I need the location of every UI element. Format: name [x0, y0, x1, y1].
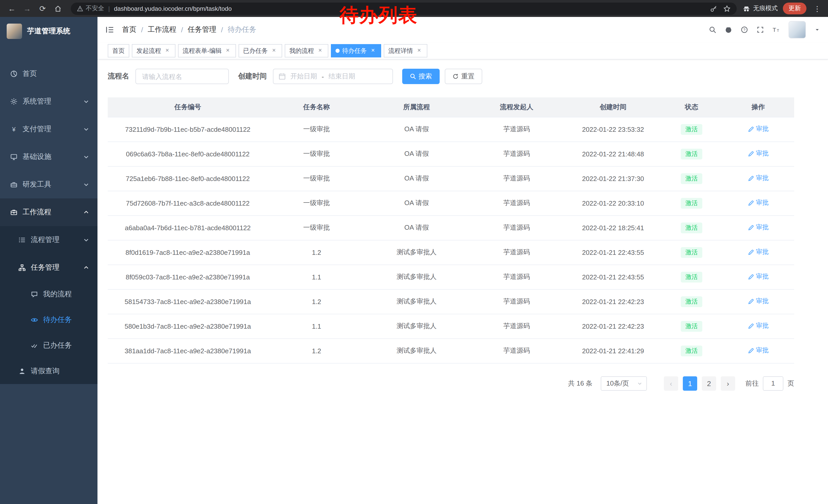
col-task-name: 任务名称: [268, 97, 365, 117]
url-text: dashboard.yudao.iocoder.cn/bpm/task/todo: [114, 5, 706, 12]
sidebar-item-payment[interactable]: ¥ 支付管理: [0, 116, 97, 143]
bookmark-star-icon[interactable]: [723, 5, 731, 12]
close-icon[interactable]: ×: [416, 47, 423, 54]
edit-pen-icon: [748, 323, 754, 329]
actions-cell: 审批: [722, 240, 794, 265]
next-page-button[interactable]: ›: [721, 376, 735, 391]
refresh-icon: [452, 73, 459, 80]
page-button-1[interactable]: 1: [683, 376, 697, 391]
approve-link[interactable]: 审批: [748, 223, 769, 232]
reload-icon[interactable]: ⟳: [36, 2, 49, 15]
task-id-cell: 73211d9d-7b9b-11ec-b5b7-acde48001122: [108, 117, 268, 141]
sidebar-item-my-processes[interactable]: 我的流程: [0, 281, 97, 307]
sidebar-item-infrastructure[interactable]: 基础设施: [0, 143, 97, 171]
status-cell: 激活: [661, 314, 722, 338]
approve-link[interactable]: 审批: [748, 322, 769, 330]
task-name-cell: 1.1: [268, 314, 365, 338]
back-icon[interactable]: ←: [5, 2, 18, 15]
sidebar-item-home[interactable]: 首页: [0, 60, 97, 88]
tab-home[interactable]: 首页: [108, 44, 129, 57]
sidebar-item-done-tasks[interactable]: 已办任务: [0, 333, 97, 358]
approve-link[interactable]: 审批: [748, 174, 769, 183]
tab-start-process[interactable]: 发起流程×: [132, 44, 175, 57]
approve-link[interactable]: 审批: [748, 199, 769, 208]
close-icon[interactable]: ×: [369, 47, 377, 54]
address-bar[interactable]: 不安全 | dashboard.yudao.iocoder.cn/bpm/tas…: [71, 2, 737, 15]
approve-link[interactable]: 审批: [748, 273, 769, 281]
task-id-cell: 580e1b3d-7ac8-11ec-a9e2-a2380e71991a: [108, 314, 268, 338]
not-secure-warning: 不安全: [77, 4, 104, 13]
sidebar-collapse-icon[interactable]: [105, 26, 114, 34]
col-initiator: 流程发起人: [468, 97, 565, 117]
avatar-caret-down-icon[interactable]: [815, 27, 820, 32]
approve-link[interactable]: 审批: [748, 248, 769, 257]
forward-icon[interactable]: →: [20, 2, 34, 15]
page-size-select[interactable]: 10条/页: [601, 376, 647, 391]
active-tab-dot: [335, 49, 340, 53]
close-icon[interactable]: ×: [224, 47, 232, 54]
tab-done-tasks[interactable]: 已办任务×: [239, 44, 282, 57]
browser-update-button[interactable]: 更新: [783, 3, 806, 14]
sidebar-item-leave-query[interactable]: 请假查询: [0, 358, 97, 384]
reset-button[interactable]: 重置: [445, 69, 482, 84]
task-name-cell: 一级审批: [268, 117, 365, 141]
sidebar-item-process-management[interactable]: 流程管理: [0, 226, 97, 254]
yen-icon: ¥: [10, 126, 17, 133]
page-content: 流程名 创建时间 开始日期 - 结束日期 搜索 重: [97, 59, 828, 504]
home-icon[interactable]: [51, 2, 65, 15]
sidebar-item-workflow[interactable]: 工作流程: [0, 198, 97, 226]
github-icon[interactable]: [725, 26, 732, 33]
browser-menu-icon[interactable]: ⋮: [812, 4, 823, 12]
briefcase-icon: [10, 209, 17, 216]
process-name-label: 流程名: [108, 72, 129, 81]
status-cell: 激活: [661, 338, 722, 363]
approve-link[interactable]: 审批: [748, 346, 769, 355]
approve-link[interactable]: 审批: [748, 297, 769, 306]
tab-todo-tasks[interactable]: 待办任务×: [331, 44, 381, 57]
task-id-cell: 75d72608-7b7f-11ec-a3c8-acde48001122: [108, 191, 268, 215]
date-range-picker[interactable]: 开始日期 - 结束日期: [273, 69, 393, 84]
initiator-cell: 芋道源码: [468, 289, 565, 314]
initiator-cell: 芋道源码: [468, 117, 565, 141]
app-logo: [7, 24, 22, 39]
sidebar-item-task-management[interactable]: 任务管理: [0, 254, 97, 281]
screen: ← → ⟳ 不安全 | dashboard.yudao.iocoder.cn/b…: [0, 0, 828, 504]
breadcrumb-item[interactable]: 任务管理: [188, 25, 216, 34]
close-icon[interactable]: ×: [164, 47, 171, 54]
process-cell: 测试多审批人: [365, 314, 468, 338]
process-name-input[interactable]: [135, 69, 229, 84]
sidebar-item-system[interactable]: 系统管理: [0, 88, 97, 116]
sidebar-item-devtools[interactable]: 研发工具: [0, 171, 97, 198]
tab-process-detail[interactable]: 流程详情×: [384, 44, 427, 57]
tab-form-edit[interactable]: 流程表单-编辑×: [178, 44, 236, 57]
initiator-cell: 芋道源码: [468, 240, 565, 265]
page-button-2[interactable]: 2: [702, 376, 716, 391]
create-time-label: 创建时间: [238, 72, 267, 81]
sidebar-item-todo-tasks[interactable]: 待办任务: [0, 307, 97, 333]
approve-link[interactable]: 审批: [748, 125, 769, 134]
font-size-icon[interactable]: TT: [773, 26, 780, 33]
created-cell: 2022-01-22 20:33:10: [565, 191, 661, 215]
actions-cell: 审批: [722, 117, 794, 141]
search-button[interactable]: 搜索: [402, 69, 440, 84]
key-icon[interactable]: [710, 5, 717, 12]
breadcrumb-item[interactable]: 工作流程: [148, 25, 176, 34]
close-icon[interactable]: ×: [271, 47, 278, 54]
col-created: 创建时间: [565, 97, 661, 117]
task-name-cell: 1.2: [268, 289, 365, 314]
breadcrumb-item[interactable]: 首页: [122, 25, 136, 34]
chevron-up-icon: [83, 265, 89, 271]
fullscreen-icon[interactable]: [757, 26, 764, 33]
range-separator: -: [322, 73, 324, 80]
avatar[interactable]: [788, 21, 806, 39]
col-actions: 操作: [722, 97, 794, 117]
search-icon[interactable]: [709, 26, 716, 33]
prev-page-button[interactable]: ‹: [664, 376, 678, 391]
search-icon: [410, 73, 416, 80]
goto-page-input[interactable]: [763, 376, 783, 391]
approve-link[interactable]: 审批: [748, 149, 769, 158]
close-icon[interactable]: ×: [317, 47, 324, 54]
app-logo-row[interactable]: 芋道管理系统: [0, 17, 97, 46]
tab-my-processes[interactable]: 我的流程×: [285, 44, 328, 57]
help-icon[interactable]: ?: [741, 26, 748, 33]
